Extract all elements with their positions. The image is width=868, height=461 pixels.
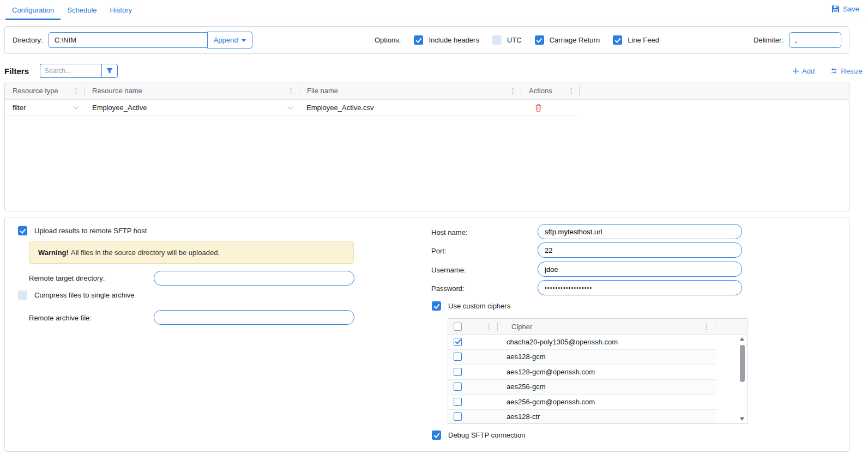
add-label: Add	[802, 67, 815, 75]
append-label: Append	[214, 36, 238, 44]
use-custom-ciphers-checkbox[interactable]	[432, 301, 441, 311]
select-all-checkbox[interactable]	[454, 323, 462, 331]
compress-option[interactable]: Compress files to single archive	[18, 290, 135, 300]
line-feed-checkbox[interactable]	[613, 35, 622, 45]
option-include-headers[interactable]: Include headers	[414, 35, 479, 45]
utc-label: UTC	[507, 36, 522, 44]
option-utc[interactable]: UTC	[492, 35, 522, 45]
scrollbar-thumb[interactable]	[740, 345, 745, 382]
col-resource-type: Resource type	[13, 87, 58, 95]
column-menu-icon[interactable]: ⋮	[568, 87, 575, 94]
username-input[interactable]	[538, 262, 742, 277]
remote-target-input[interactable]	[154, 271, 354, 286]
remote-archive-label: Remote archive file:	[29, 314, 92, 322]
cipher-checkbox[interactable]	[454, 413, 462, 421]
tab-configuration[interactable]: Configuration	[5, 1, 61, 20]
cipher-checkbox[interactable]	[454, 368, 462, 376]
delete-row-button[interactable]	[534, 104, 542, 112]
resize-button[interactable]: Resize	[830, 67, 863, 75]
col-resource-name: Resource name	[92, 87, 142, 95]
append-dropdown-button[interactable]: Append	[207, 32, 253, 48]
cipher-row: aes128-ctr	[448, 410, 716, 424]
resource-name-value: Employee_Active	[92, 104, 147, 112]
host-label: Host name:	[431, 228, 467, 236]
upload-sftp-checkbox[interactable]	[18, 226, 27, 235]
delimiter-label: Delimiter:	[754, 36, 783, 44]
cipher-row: chacha20-poly1305@openssh.com	[448, 335, 716, 350]
tab-schedule[interactable]: Schedule	[61, 1, 103, 20]
col-cipher: Cipher	[511, 323, 532, 331]
include-headers-label: Include headers	[429, 36, 479, 44]
warning-text: All files in the source directory will b…	[71, 248, 220, 257]
cipher-name: aes256-gcm	[507, 383, 546, 391]
column-menu-icon[interactable]: ⋮	[703, 323, 710, 330]
cipher-name: aes128-gcm	[507, 353, 546, 361]
cipher-name: aes256-gcm@openssh.com	[507, 398, 595, 406]
scroll-down-icon[interactable]	[740, 417, 744, 421]
include-headers-checkbox[interactable]	[414, 35, 423, 45]
cipher-table-body: chacha20-poly1305@openssh.com aes128-gcm…	[448, 335, 747, 424]
utc-checkbox[interactable]	[492, 35, 502, 45]
delimiter-input[interactable]	[789, 32, 841, 48]
table-row: filter Employee_Active Employee_Active.c…	[5, 100, 578, 116]
save-button[interactable]: Save	[831, 5, 859, 13]
column-menu-icon[interactable]: ⋮	[509, 87, 516, 94]
cipher-row: aes256-gcm	[448, 380, 716, 395]
cipher-checkbox[interactable]	[454, 338, 462, 346]
use-custom-ciphers-label: Use custom ciphers	[448, 302, 510, 310]
option-carriage-return[interactable]: Carriage Return	[535, 35, 600, 45]
filters-toolbar: Filters Add Resize	[4, 62, 863, 80]
password-input[interactable]	[538, 280, 742, 295]
chevron-down-icon[interactable]	[287, 106, 293, 110]
settings-card: Directory: Append Options: Include heade…	[4, 26, 849, 54]
funnel-icon	[106, 67, 113, 75]
table-header: Resource type ⋮ Resource name ⋮ File nam…	[5, 82, 849, 100]
add-button[interactable]: Add	[792, 67, 815, 75]
options-group: Options: Include headers UTC Carriage Re…	[375, 27, 659, 53]
warning-bold: Warning!	[38, 248, 69, 257]
tab-bar: Configuration Schedule History	[0, 0, 868, 20]
cipher-row: aes128-gcm@openssh.com	[448, 365, 716, 380]
cipher-row: aes128-gcm	[448, 350, 716, 365]
port-input[interactable]	[538, 242, 742, 258]
option-line-feed[interactable]: Line Feed	[613, 35, 659, 45]
carriage-return-checkbox[interactable]	[535, 35, 544, 45]
debug-sftp-checkbox[interactable]	[432, 430, 441, 440]
save-label: Save	[843, 5, 859, 13]
resize-icon	[830, 67, 838, 75]
filter-button[interactable]	[101, 64, 118, 78]
tab-history[interactable]: History	[104, 1, 138, 20]
host-input[interactable]	[538, 224, 742, 239]
remote-archive-input[interactable]	[154, 310, 354, 325]
use-custom-ciphers-option[interactable]: Use custom ciphers	[432, 301, 510, 311]
cipher-name: aes128-ctr	[507, 413, 540, 421]
scroll-up-icon[interactable]	[740, 337, 744, 341]
debug-sftp-option[interactable]: Debug SFTP connection	[432, 430, 525, 440]
col-file-name: File name	[307, 87, 338, 95]
line-feed-label: Line Feed	[628, 36, 659, 44]
column-menu-icon[interactable]: ⋮	[485, 323, 492, 330]
cipher-checkbox[interactable]	[454, 353, 462, 361]
directory-label: Directory:	[13, 36, 43, 44]
scrollbar[interactable]	[739, 336, 746, 422]
delimiter-group: Delimiter:	[754, 27, 841, 53]
carriage-return-label: Carriage Return	[550, 36, 600, 44]
cipher-checkbox[interactable]	[454, 383, 462, 391]
filters-title: Filters	[4, 66, 29, 76]
port-label: Port:	[431, 247, 446, 255]
chevron-down-icon[interactable]	[73, 106, 79, 110]
sftp-card: Upload results to remote SFTP host Warni…	[4, 217, 849, 452]
plus-icon	[792, 68, 799, 75]
warning-banner: Warning! All files in the source directo…	[29, 241, 354, 264]
chevron-down-icon	[242, 39, 246, 42]
col-actions: Actions	[529, 87, 552, 95]
remote-target-label: Remote target directory:	[29, 274, 105, 282]
file-name-value: Employee_Active.csv	[306, 104, 374, 112]
upload-sftp-option[interactable]: Upload results to remote SFTP host	[18, 226, 147, 235]
search-input[interactable]	[40, 64, 101, 78]
column-menu-icon[interactable]: ⋮	[287, 87, 294, 94]
column-menu-icon[interactable]: ⋮	[73, 87, 80, 94]
directory-input[interactable]	[49, 32, 208, 48]
cipher-checkbox[interactable]	[454, 398, 462, 406]
compress-checkbox[interactable]	[18, 290, 27, 300]
